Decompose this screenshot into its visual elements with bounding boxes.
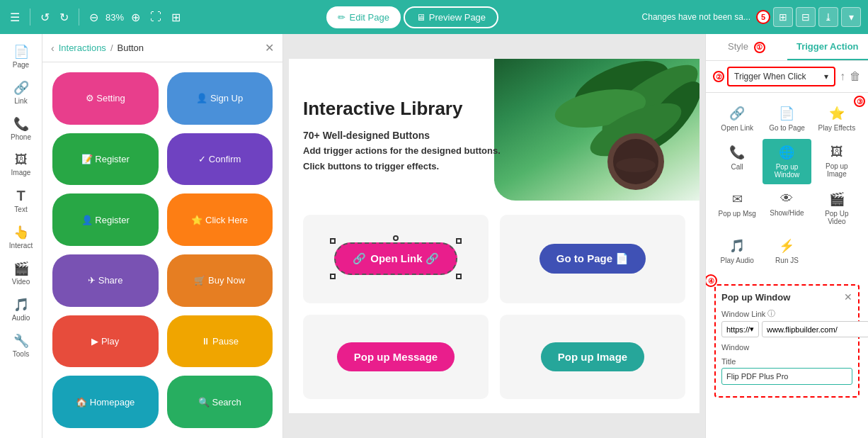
close-icon[interactable]: ✕ [265,41,274,55]
button-setting[interactable]: ⚙ Setting [52,72,159,125]
action-popup-msg[interactable]: ✉ Pop up Msg [713,186,761,231]
sidebar-item-label-interact: Interact [9,242,33,249]
breadcrumb-interactions[interactable]: Interactions [59,43,106,53]
undo-icon[interactable]: ↺ [38,8,52,27]
action-play-effects[interactable]: ⭐ Play Effects [813,100,861,137]
audio-icon: 🎵 [13,297,29,313]
tab-trigger-action[interactable]: Trigger Action [787,34,869,60]
button-signup[interactable]: 👤 Sign Up [167,72,273,125]
action-show-hide[interactable]: 👁 Show/Hide [763,186,811,231]
action-popup-video[interactable]: 🎬 Pop Up Video [813,186,861,231]
button-confirm[interactable]: ✓ Confirm [167,133,273,186]
canvas-popup-image-button[interactable]: Pop up Image [541,342,644,371]
sidebar-item-image[interactable]: 🖼 Image [3,148,40,181]
layout-icon-btn[interactable]: ⊟ [796,7,816,27]
tab-style[interactable]: Style ① [706,34,787,60]
circle-badge-2: ② [713,71,724,82]
window-link-label: Window Link ⓘ [721,308,852,319]
circle-badge-1: ① [754,42,765,53]
handle-top [393,235,399,241]
sidebar-item-audio[interactable]: 🎵 Audio [3,293,40,326]
handle-tr [456,238,462,244]
popupmsg-label: Pop up Message [354,351,438,363]
button-register2[interactable]: 👤 Register [52,193,159,246]
popup-window-wrapper: ④ Pop up Window ✕ Window Link ⓘ https://… [710,280,864,402]
canvas-inner: Interactive Library 70+ Well-designed Bu… [289,59,699,413]
right-panel: Style ① Trigger Action ② Trigger When Cl… [705,34,868,438]
zoom-in-icon[interactable]: ⊕ [128,8,143,27]
action-popup-window[interactable]: 🌐 Pop up Window [763,139,811,184]
grid-icon[interactable]: ⊞ [169,8,183,27]
sidebar-item-phone[interactable]: 📞 Phone [3,112,40,145]
svg-point-7 [616,158,656,172]
zoom-out-icon[interactable]: ⊖ [86,8,101,27]
action-go-to-page[interactable]: 📄 Go to Page [763,100,811,137]
pw-close-icon[interactable]: ✕ [844,291,852,303]
protocol-arrow: ▾ [750,325,754,334]
button-share[interactable]: ✈ Share [52,254,159,307]
button-buynow[interactable]: 🛒 Buy Now [167,254,273,307]
title-label: Title [721,357,852,366]
buttons-grid: ⚙ Setting 👤 Sign Up 📝 Register ✓ Confirm… [42,62,282,438]
title-field: Title [721,357,852,385]
button-homepage[interactable]: 🏠 Homepage [52,376,159,428]
protocol-select[interactable]: https:// ▾ [721,321,759,337]
title-input[interactable] [721,368,852,385]
canvas-area: Interactive Library 70+ Well-designed Bu… [283,34,705,438]
panel-header: ‹ Interactions / Button ✕ [42,34,282,62]
trigger-dropdown[interactable]: Trigger When Click ▾ [727,67,835,86]
popup-video-icon: 🎬 [829,191,845,207]
action-call[interactable]: 📞 Call [713,139,761,184]
action-play-effects-label: Play Effects [818,124,856,132]
sidebar-item-video[interactable]: 🎬 Video [3,257,40,290]
redo-icon[interactable]: ↻ [57,8,72,27]
left-sidebar: 📄 Page 🔗 Link 📞 Phone 🖼 Image T Text 👆 I… [0,34,42,438]
tab-trigger-label: Trigger Action [796,41,859,52]
canvas-cell-openlink: 🔗 Open Link 🔗 [303,215,489,303]
preview-page-button[interactable]: 🖥 Preview Page [404,6,498,28]
sidebar-item-label-image: Image [11,169,31,176]
panel: ‹ Interactions / Button ✕ ⚙ Setting 👤 Si… [42,34,283,438]
canvas-open-link-button[interactable]: 🔗 Open Link 🔗 [334,242,457,275]
go-to-page-icon: 📄 [779,106,794,121]
fit-screen-icon[interactable]: ⛶ [147,8,164,26]
sidebar-item-text[interactable]: T Text [3,184,40,218]
canvas-popup-message-button[interactable]: Pop up Message [337,342,455,371]
button-pause[interactable]: ⏸ Pause [167,315,273,368]
canvas-desc2: Click buttons to trigger effects. [303,161,439,172]
sidebar-item-tools[interactable]: 🔧 Tools [3,329,40,362]
action-popup-image[interactable]: 🖼 Pop up Image [813,139,861,184]
toolbar: ☰ ↺ ↻ ⊖ 83% ⊕ ⛶ ⊞ ✏ Edit Page 🖥 Preview … [0,0,868,34]
action-run-js[interactable]: ⚡ Run JS [763,232,811,270]
edit-page-button[interactable]: ✏ Edit Page [326,6,400,28]
button-register1[interactable]: 📝 Register [52,133,159,186]
sidebar-item-label-link: Link [14,97,27,105]
sidebar-item-link[interactable]: 🔗 Link [3,76,40,109]
url-input[interactable] [762,321,868,337]
popup-window-section: Pop up Window ✕ Window Link ⓘ https:// ▾ [714,284,860,398]
action-show-hide-label: Show/Hide [770,209,804,217]
canvas-subtitle: 70+ Well-designed Buttons [303,130,430,141]
toolbar-center: ✏ Edit Page 🖥 Preview Page [189,6,636,28]
button-search[interactable]: 🔍 Search [167,376,273,428]
share-icon-btn[interactable]: ⊞ [773,7,793,27]
call-icon: 📞 [729,145,745,160]
openlink-icon: 🔗 [353,252,366,265]
action-play-audio[interactable]: 🎵 Play Audio [713,232,761,270]
more-icon-btn[interactable]: ▾ [841,7,861,27]
download-icon-btn[interactable]: ⤓ [818,7,838,27]
button-play[interactable]: ▶ Play [52,315,159,368]
run-js-icon: ⚡ [779,238,794,254]
window-link-field: Window Link ⓘ https:// ▾ [721,308,852,337]
delete-icon[interactable]: 🗑 [850,70,861,83]
sidebar-item-interact[interactable]: 👆 Interact [3,220,40,254]
action-popup-window-label: Pop up Window [765,163,808,179]
back-arrow-icon[interactable]: ‹ [51,43,55,54]
button-clickhere[interactable]: ⭐ Click Here [167,193,273,246]
canvas-go-to-page-button[interactable]: Go to Page 📄 [539,244,646,274]
action-open-link[interactable]: 🔗 Open Link [713,100,761,137]
collapse-icon[interactable]: ↑ [840,70,845,83]
sidebar-item-page[interactable]: 📄 Page [3,40,40,73]
hamburger-icon[interactable]: ☰ [7,8,23,27]
trigger-row-inner: ② Trigger When Click ▾ [713,67,835,86]
